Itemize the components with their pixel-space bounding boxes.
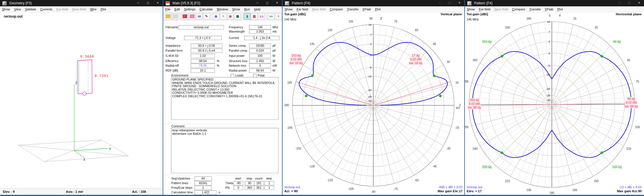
- geometry-statusbar: Elev. : 9 Axis : 1 mtr Azi. : 108: [0, 188, 163, 195]
- menu-run[interactable]: Run: [242, 7, 252, 12]
- phi-count-field[interactable]: 361: [254, 186, 264, 190]
- sweep-header-step: step: [264, 177, 274, 180]
- beamwidth-marker-dot: [305, 95, 307, 97]
- efficiency-field[interactable]: 98.54: [191, 59, 215, 63]
- axis-tag: Y: [559, 14, 561, 17]
- gain-ring-label: -40: [546, 98, 550, 102]
- angle-label: 90: [369, 17, 373, 20]
- angle-label: -165: [287, 126, 292, 129]
- vertical-pattern-plot[interactable]: 10740-5-10-20-30-409075604530150-15-30-4…: [283, 0, 464, 195]
- input-power-field[interactable]: 100: [249, 54, 271, 58]
- phi-stop-field[interactable]: 360: [245, 186, 255, 190]
- help-icon[interactable]: ?: [275, 13, 282, 20]
- antenna-icon[interactable]: [181, 13, 188, 20]
- network-loss-field[interactable]: 0: [249, 64, 271, 68]
- nec-editor-icon[interactable]: ✎: [203, 13, 210, 20]
- freq-eval-steps-label: Freq/Eval steps: [171, 186, 192, 189]
- beamwidth-edge-label: 314 dg: [480, 40, 494, 43]
- frequency-field[interactable]: 146: [249, 25, 271, 29]
- copy-icon[interactable]: [172, 13, 179, 20]
- minimize-button[interactable]: −: [253, 0, 262, 6]
- currents-icon[interactable]: [189, 13, 196, 20]
- menu-window[interactable]: Window: [215, 7, 230, 12]
- close-button[interactable]: ×: [272, 0, 282, 6]
- elevation-cut-label: Elev. = 17: [467, 189, 482, 193]
- globe-icon[interactable]: ◉: [213, 13, 220, 20]
- wavelength-label: Wavelength: [229, 30, 245, 33]
- freq-eval-steps-field[interactable]: 1: [194, 186, 212, 190]
- series-comp-field[interactable]: 19180: [249, 44, 271, 48]
- angle-label: 300: [473, 59, 478, 62]
- gain-ring-label: 7: [549, 30, 550, 33]
- beamwidth-marker-dot: [433, 74, 435, 77]
- menu-show[interactable]: Show: [230, 7, 242, 12]
- filename-label: Filename: [166, 25, 178, 29]
- gain-ring-label: -20: [368, 88, 372, 92]
- menu-help[interactable]: Help: [252, 7, 263, 12]
- open-file-icon[interactable]: [165, 13, 172, 20]
- max-gain-label: Max gain Azi:90: [617, 189, 642, 193]
- maximize-button[interactable]: □: [262, 0, 272, 6]
- window-title: Main [V5.9.3] (F2): [172, 1, 200, 5]
- rdf-db-field[interactable]: 10.1: [191, 68, 215, 73]
- gain-ring-label: 10: [547, 20, 550, 23]
- filename-field[interactable]: recloop.out: [178, 25, 224, 29]
- desktop: XYZ Geometry (F3) − □ × ShowViewValidate…: [0, 0, 644, 196]
- gain-table-icon[interactable]: ▦: [234, 13, 241, 20]
- seg-s-patches-field[interactable]: 64: [194, 176, 212, 181]
- radiat-eff-field[interactable]: 78.56: [191, 64, 215, 68]
- voltage-field[interactable]: 71.3 + j 0 V: [184, 36, 222, 40]
- wavelength-field[interactable]: 2.053: [249, 29, 271, 34]
- phi-step-field[interactable]: 1: [264, 186, 274, 190]
- plot-file-label: recloop.out: [467, 185, 482, 189]
- efficiency-unit: %: [217, 59, 219, 63]
- theta-step-field[interactable]: 1: [264, 181, 274, 185]
- angle-label: 195: [526, 188, 531, 192]
- parallel-form-field[interactable]: 50.9 // j 5.e4: [191, 48, 222, 53]
- main-toolbar: 3D✎◉✦◉▦▮▥1:1▭?: [163, 12, 282, 20]
- comment-textarea[interactable]: loop rettangolare verticale alimentare c…: [171, 128, 279, 173]
- angle-label: -45: [433, 165, 437, 168]
- main-window: Main [V5.9.3] (F2) − □ × FileEditSetting…: [163, 0, 282, 195]
- gain-ring-label: -5: [369, 66, 372, 69]
- plot-plane-label: Vertical plane: [441, 12, 462, 16]
- menu-settings[interactable]: Settings: [182, 7, 198, 12]
- menu-file[interactable]: File: [163, 7, 172, 12]
- radiat-eff-label: Radiat-eff.: [166, 64, 179, 67]
- printer-icon[interactable]: ▭: [268, 13, 274, 20]
- structure-loss-field[interactable]: 1.463: [249, 59, 271, 63]
- angle-label: 150: [594, 180, 599, 183]
- radiat-power-field[interactable]: 98.54: [249, 68, 271, 73]
- max-gain-annotation-left: 163 dg9.02 dBibw. 18 dg: [285, 54, 307, 65]
- theta-start-field[interactable]: -90: [233, 181, 243, 185]
- azimuth-cut-label: Azi. = 90: [284, 189, 298, 193]
- max-gain-label: Max gain Ele:17: [438, 189, 463, 193]
- smith-chart-icon[interactable]: ◉: [227, 13, 234, 20]
- environment-textarea[interactable]: GROUND PLANE SPECIFIED. WHERE WIRE ENDS …: [171, 77, 279, 120]
- phi-start-field[interactable]: 0: [233, 186, 243, 190]
- theta-count-field[interactable]: 181: [254, 181, 264, 185]
- 3d-viewer-icon[interactable]: 3D: [196, 13, 203, 20]
- comment-label: Comment: [171, 124, 185, 128]
- far-field-pattern-icon[interactable]: ▮: [244, 13, 250, 20]
- calculation-time-field[interactable]: 1.422: [194, 190, 216, 195]
- menu-edit[interactable]: Edit: [172, 7, 182, 12]
- s-w-r-50-field[interactable]: 1.02: [191, 54, 215, 58]
- angle-label: -90: [371, 190, 376, 193]
- current-field[interactable]: 1.4 - j 2e-3 A: [244, 36, 279, 40]
- main-titlebar[interactable]: Main [V5.9.3] (F2) − □ ×: [163, 0, 282, 6]
- theta-stop-field[interactable]: 90: [245, 181, 255, 185]
- angle-label: 15: [573, 17, 577, 20]
- parallel-comp-field[interactable]: 0.024: [249, 48, 271, 53]
- line-chart-icon[interactable]: ▥: [251, 13, 258, 20]
- impedance-field[interactable]: 50.9 + j 0.06: [191, 44, 222, 48]
- scale-1to1-icon[interactable]: 1:1: [258, 13, 265, 20]
- angle-label: -15: [455, 126, 459, 129]
- gain-ring-label: 4: [549, 40, 550, 43]
- geometry-canvas[interactable]: XYZ: [0, 0, 163, 195]
- pattern-lines-field[interactable]: 65341: [194, 181, 212, 185]
- gain-ring-label: -30: [368, 95, 372, 98]
- menu-calculate[interactable]: Calculate: [197, 7, 215, 12]
- angle-label: 135: [310, 42, 315, 46]
- sweep-header-count: count: [254, 177, 263, 180]
